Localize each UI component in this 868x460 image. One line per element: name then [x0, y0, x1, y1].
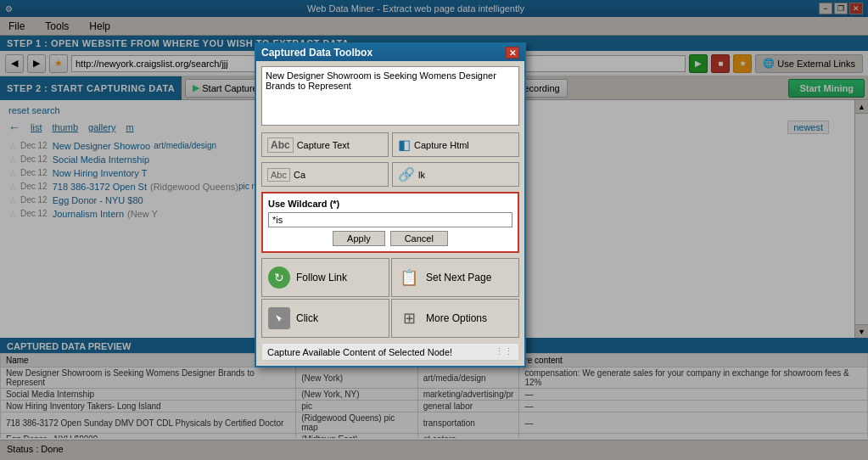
wildcard-buttons: Apply Cancel [268, 231, 512, 246]
follow-link-button[interactable]: ↻ Follow Link [261, 258, 389, 297]
wildcard-label: Use Wildcard (*) [268, 199, 512, 209]
capture-link-label: lk [418, 170, 425, 180]
action-buttons-grid: ↻ Follow Link 📋 Set Next Page [261, 258, 519, 338]
capture-text-button[interactable]: Abc Capture Text [261, 132, 389, 157]
text-preview: New Designer Showroom is Seeking Womens … [261, 66, 519, 126]
capture-html-label: Capture Html [414, 140, 469, 150]
capture-other-button[interactable]: Abc Ca [261, 162, 389, 187]
preview-text: New Designer Showroom is Seeking Womens … [266, 70, 496, 91]
more-options-icon-container: ⊞ [397, 306, 421, 330]
capture-other-icon: Abc [267, 168, 290, 182]
capture-text-icon: Abc [267, 137, 294, 153]
click-icon [268, 307, 290, 329]
set-next-page-icon-container: 📋 [397, 266, 421, 289]
capture-other-label: Ca [294, 170, 305, 180]
set-next-page-label: Set Next Page [426, 272, 491, 283]
dialog-titlebar: Captured Data Toolbox ✕ [256, 44, 524, 61]
click-icon-container [267, 306, 291, 330]
apply-button[interactable]: Apply [333, 231, 385, 246]
capture-row2: Abc Ca 🔗 lk [261, 162, 519, 187]
capture-link-icon: 🔗 [398, 166, 415, 182]
capture-html-button[interactable]: ◧ Capture Html [392, 132, 519, 157]
more-options-button[interactable]: ⊞ More Options [391, 299, 519, 338]
wildcard-input[interactable] [268, 212, 512, 227]
wildcard-section: Use Wildcard (*) Apply Cancel [261, 192, 519, 253]
follow-link-icon: ↻ [268, 266, 290, 289]
click-label: Click [296, 312, 318, 324]
capture-link-button[interactable]: 🔗 lk [392, 162, 519, 187]
follow-link-label: Follow Link [296, 272, 347, 283]
set-next-page-icon: 📋 [400, 268, 418, 287]
more-options-icon: ⊞ [403, 309, 416, 328]
captured-data-toolbox-dialog: Captured Data Toolbox ✕ New Designer Sho… [255, 42, 526, 367]
capture-buttons-row: Abc Capture Text ◧ Capture Html [261, 132, 519, 157]
dialog-status-text: Capture Available Content of Selected No… [267, 347, 452, 357]
more-options-label: More Options [426, 312, 487, 324]
capture-text-label: Capture Text [297, 140, 350, 150]
set-next-page-button[interactable]: 📋 Set Next Page [391, 258, 519, 297]
dialog-body: New Designer Showroom is Seeking Womens … [256, 61, 524, 366]
cancel-button[interactable]: Cancel [390, 231, 448, 246]
click-button[interactable]: Click [261, 299, 389, 338]
dialog-close-button[interactable]: ✕ [506, 47, 519, 59]
dialog-title: Captured Data Toolbox [261, 47, 372, 59]
dialog-resize-icon[interactable]: ⋮⋮ [495, 346, 513, 357]
follow-link-icon-container: ↻ [267, 266, 291, 289]
capture-html-icon: ◧ [398, 137, 411, 153]
dialog-status: Capture Available Content of Selected No… [261, 343, 519, 361]
